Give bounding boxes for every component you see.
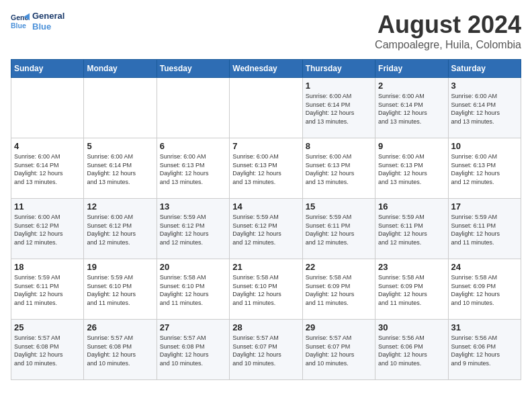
calendar-day-cell: 26Sunrise: 5:57 AM Sunset: 6:08 PM Dayli… [84,320,157,380]
day-number: 10 [451,141,518,151]
day-number: 29 [306,322,372,332]
day-number: 11 [14,201,81,212]
calendar-day-cell: 2Sunrise: 6:00 AM Sunset: 6:14 PM Daylig… [375,78,448,138]
day-number: 1 [306,81,372,91]
day-number: 24 [451,262,518,272]
calendar-day-cell: 18Sunrise: 5:59 AM Sunset: 6:11 PM Dayli… [11,259,84,320]
weekday-header-monday: Monday [84,60,157,78]
calendar-week-row: 11Sunrise: 6:00 AM Sunset: 6:12 PM Dayli… [11,199,521,259]
day-number: 25 [14,322,81,332]
day-number: 6 [160,141,226,151]
day-info: Sunrise: 6:00 AM Sunset: 6:13 PM Dayligh… [232,152,299,186]
day-info: Sunrise: 6:00 AM Sunset: 6:14 PM Dayligh… [451,92,518,126]
title-section: August 2024 Campoalegre, Huila, Colombia [375,11,521,51]
day-number: 5 [87,141,153,151]
day-info: Sunrise: 6:00 AM Sunset: 6:14 PM Dayligh… [306,92,372,126]
day-number: 15 [306,201,372,212]
calendar-day-cell: 16Sunrise: 5:59 AM Sunset: 6:11 PM Dayli… [375,199,448,259]
day-number: 7 [232,141,299,151]
day-info: Sunrise: 5:59 AM Sunset: 6:12 PM Dayligh… [232,213,299,246]
day-number: 3 [451,81,518,91]
calendar-day-cell: 11Sunrise: 6:00 AM Sunset: 6:12 PM Dayli… [11,199,84,259]
calendar-day-cell: 6Sunrise: 6:00 AM Sunset: 6:13 PM Daylig… [157,138,229,199]
day-info: Sunrise: 5:58 AM Sunset: 6:10 PM Dayligh… [160,273,226,307]
calendar-day-cell: 21Sunrise: 5:58 AM Sunset: 6:10 PM Dayli… [230,259,302,320]
weekday-header-saturday: Saturday [448,60,521,78]
calendar-day-cell: 8Sunrise: 6:00 AM Sunset: 6:13 PM Daylig… [302,138,375,199]
day-number: 23 [378,262,445,272]
weekday-header-tuesday: Tuesday [157,60,229,78]
calendar-day-cell: 30Sunrise: 5:56 AM Sunset: 6:06 PM Dayli… [375,320,448,380]
day-info: Sunrise: 6:00 AM Sunset: 6:12 PM Dayligh… [87,213,153,246]
logo-line2: Blue [32,21,64,32]
calendar-day-cell: 1Sunrise: 6:00 AM Sunset: 6:14 PM Daylig… [302,78,375,138]
calendar-day-cell: 12Sunrise: 6:00 AM Sunset: 6:12 PM Dayli… [84,199,157,259]
calendar-day-cell: 22Sunrise: 5:58 AM Sunset: 6:09 PM Dayli… [302,259,375,320]
empty-cell [84,78,157,138]
empty-cell [230,78,302,138]
day-info: Sunrise: 5:56 AM Sunset: 6:06 PM Dayligh… [451,334,518,367]
day-number: 19 [87,262,153,272]
day-info: Sunrise: 5:57 AM Sunset: 6:07 PM Dayligh… [306,334,372,367]
day-info: Sunrise: 5:57 AM Sunset: 6:07 PM Dayligh… [232,334,299,367]
calendar-day-cell: 15Sunrise: 5:59 AM Sunset: 6:11 PM Dayli… [302,199,375,259]
calendar-subtitle: Campoalegre, Huila, Colombia [375,39,521,51]
calendar-day-cell: 9Sunrise: 6:00 AM Sunset: 6:13 PM Daylig… [375,138,448,199]
weekday-header-row: SundayMondayTuesdayWednesdayThursdayFrid… [11,60,521,78]
calendar-day-cell: 13Sunrise: 5:59 AM Sunset: 6:12 PM Dayli… [157,199,229,259]
day-number: 2 [378,81,445,91]
day-number: 21 [232,262,299,272]
logo: General Blue General Blue [11,11,64,32]
day-info: Sunrise: 5:56 AM Sunset: 6:06 PM Dayligh… [378,334,445,367]
calendar-day-cell: 7Sunrise: 6:00 AM Sunset: 6:13 PM Daylig… [230,138,302,199]
weekday-header-thursday: Thursday [302,60,375,78]
day-info: Sunrise: 6:00 AM Sunset: 6:13 PM Dayligh… [306,152,372,186]
calendar-day-cell: 28Sunrise: 5:57 AM Sunset: 6:07 PM Dayli… [230,320,302,380]
calendar-week-row: 1Sunrise: 6:00 AM Sunset: 6:14 PM Daylig… [11,78,521,138]
day-info: Sunrise: 5:59 AM Sunset: 6:11 PM Dayligh… [378,213,445,246]
weekday-header-wednesday: Wednesday [230,60,302,78]
day-number: 4 [14,141,81,151]
day-number: 26 [87,322,153,332]
calendar-day-cell: 25Sunrise: 5:57 AM Sunset: 6:08 PM Dayli… [11,320,84,380]
calendar-title: August 2024 [375,11,521,39]
day-number: 30 [378,322,445,332]
day-info: Sunrise: 5:58 AM Sunset: 6:09 PM Dayligh… [306,273,372,307]
day-info: Sunrise: 5:57 AM Sunset: 6:08 PM Dayligh… [14,334,81,367]
calendar-day-cell: 23Sunrise: 5:58 AM Sunset: 6:09 PM Dayli… [375,259,448,320]
day-number: 8 [306,141,372,151]
day-info: Sunrise: 5:57 AM Sunset: 6:08 PM Dayligh… [87,334,153,367]
day-number: 18 [14,262,81,272]
day-info: Sunrise: 6:00 AM Sunset: 6:13 PM Dayligh… [378,152,445,186]
day-number: 17 [451,201,518,212]
day-info: Sunrise: 6:00 AM Sunset: 6:14 PM Dayligh… [87,152,153,186]
weekday-header-sunday: Sunday [11,60,84,78]
calendar-day-cell: 20Sunrise: 5:58 AM Sunset: 6:10 PM Dayli… [157,259,229,320]
calendar-day-cell: 10Sunrise: 6:00 AM Sunset: 6:13 PM Dayli… [448,138,521,199]
day-info: Sunrise: 5:58 AM Sunset: 6:09 PM Dayligh… [378,273,445,307]
day-number: 22 [306,262,372,272]
day-info: Sunrise: 5:58 AM Sunset: 6:10 PM Dayligh… [232,273,299,307]
calendar-week-row: 4Sunrise: 6:00 AM Sunset: 6:14 PM Daylig… [11,138,521,199]
day-info: Sunrise: 5:58 AM Sunset: 6:09 PM Dayligh… [451,273,518,307]
calendar-day-cell: 14Sunrise: 5:59 AM Sunset: 6:12 PM Dayli… [230,199,302,259]
day-info: Sunrise: 5:59 AM Sunset: 6:11 PM Dayligh… [451,213,518,246]
calendar-day-cell: 17Sunrise: 5:59 AM Sunset: 6:11 PM Dayli… [448,199,521,259]
day-number: 27 [160,322,226,332]
svg-text:Blue: Blue [11,21,26,29]
calendar-week-row: 18Sunrise: 5:59 AM Sunset: 6:11 PM Dayli… [11,259,521,320]
calendar-day-cell: 31Sunrise: 5:56 AM Sunset: 6:06 PM Dayli… [448,320,521,380]
calendar-table: SundayMondayTuesdayWednesdayThursdayFrid… [11,59,521,380]
weekday-header-friday: Friday [375,60,448,78]
day-info: Sunrise: 5:57 AM Sunset: 6:08 PM Dayligh… [160,334,226,367]
day-number: 31 [451,322,518,332]
empty-cell [157,78,229,138]
day-info: Sunrise: 5:59 AM Sunset: 6:11 PM Dayligh… [14,273,81,307]
calendar-day-cell: 5Sunrise: 6:00 AM Sunset: 6:14 PM Daylig… [84,138,157,199]
day-info: Sunrise: 5:59 AM Sunset: 6:11 PM Dayligh… [306,213,372,246]
day-info: Sunrise: 6:00 AM Sunset: 6:14 PM Dayligh… [14,152,81,186]
calendar-day-cell: 19Sunrise: 5:59 AM Sunset: 6:10 PM Dayli… [84,259,157,320]
day-info: Sunrise: 5:59 AM Sunset: 6:10 PM Dayligh… [87,273,153,307]
day-number: 13 [160,201,226,212]
day-info: Sunrise: 6:00 AM Sunset: 6:13 PM Dayligh… [160,152,226,186]
